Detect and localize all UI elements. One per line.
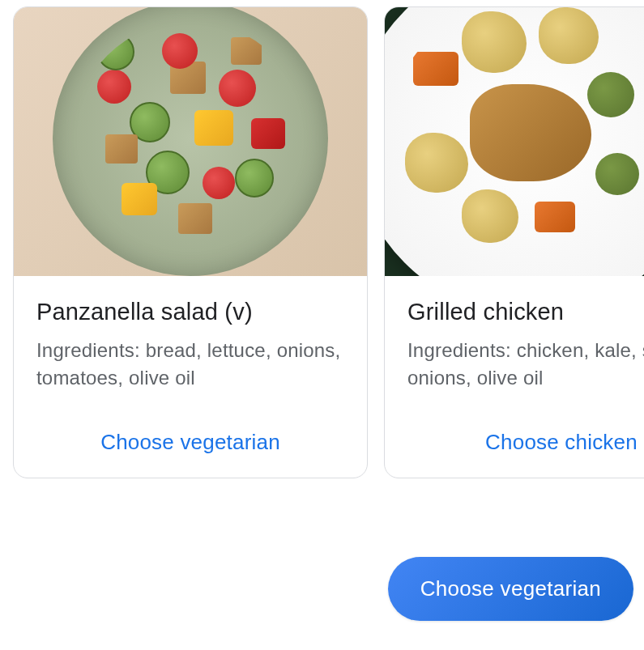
choose-vegetarian-link[interactable]: Choose vegetarian bbox=[100, 430, 280, 454]
card-image bbox=[385, 7, 644, 276]
card-title: Panzanella salad (v) bbox=[36, 299, 344, 325]
card-action-area: Choose chicken bbox=[385, 407, 644, 478]
card-description: Ingredients: chicken, kale, sage, onions… bbox=[407, 337, 644, 391]
card-title: Grilled chicken bbox=[407, 299, 644, 325]
card-content: Panzanella salad (v) Ingredients: bread,… bbox=[14, 276, 367, 407]
card-content: Grilled chicken Ingredients: chicken, ka… bbox=[385, 276, 644, 407]
user-message-bubble[interactable]: Choose vegetarian bbox=[388, 557, 633, 621]
card-action-area: Choose vegetarian bbox=[14, 407, 367, 478]
card-description: Ingredients: bread, lettuce, onions, tom… bbox=[36, 337, 344, 391]
card-panzanella-salad[interactable]: Panzanella salad (v) Ingredients: bread,… bbox=[13, 6, 368, 478]
choose-chicken-link[interactable]: Choose chicken bbox=[485, 430, 638, 454]
cards-container: Panzanella salad (v) Ingredients: bread,… bbox=[0, 0, 644, 478]
card-image bbox=[14, 7, 367, 276]
card-grilled-chicken[interactable]: Grilled chicken Ingredients: chicken, ka… bbox=[384, 6, 644, 478]
